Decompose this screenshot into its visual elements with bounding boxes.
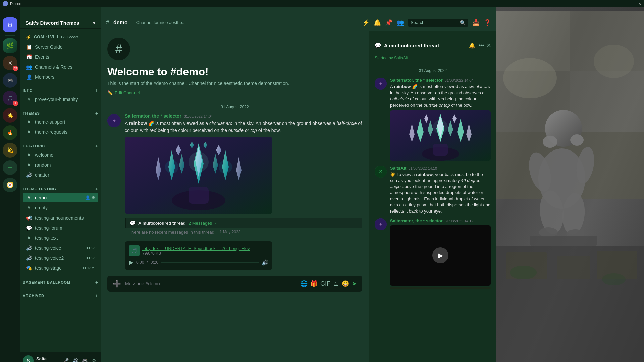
audio-filename[interactable]: toby_fox_-_UNDERTALE_Soundtrack_-_70_Lon… (142, 246, 250, 251)
message-avatar-spacer (107, 239, 121, 270)
sidebar-item-prove-humanity[interactable]: # prove-your-humanity (23, 95, 98, 104)
gif-button[interactable]: GIF (320, 280, 330, 287)
sidebar-item-theme-requests[interactable]: # theme-requests (23, 127, 98, 137)
sidebar-item-testing-announcements[interactable]: 📢 testing-announcements (23, 213, 98, 223)
edit-channel-link[interactable]: ✏️ Edit Channel (107, 90, 362, 95)
user-settings-button[interactable]: ⚙ (90, 357, 98, 362)
help-button[interactable]: ❓ (484, 19, 491, 26)
emoji-button[interactable]: 😀 (342, 280, 349, 287)
thread-preview[interactable]: 💬 A multicoloured thread 2 Messages › (125, 218, 362, 228)
sidebar-category-basement[interactable]: BASEMENT BALLROOM + (20, 274, 101, 286)
svg-rect-16 (189, 187, 209, 204)
sidebar-item-channels-roles[interactable]: 👥 Channels & Roles (23, 62, 98, 72)
activity-button[interactable]: 🎮 (80, 357, 89, 362)
titlebar: Discord — □ ✕ (0, 0, 644, 7)
category-add-theme-testing-icon[interactable]: + (95, 186, 98, 192)
server-header[interactable]: Salt's Discord Themes ▾ (20, 15, 101, 29)
server-icon-4[interactable]: 🎵 1 (3, 90, 17, 105)
message-input-box: ➕ 🌐 🎁 GIF 🗂 😀 ➤ (107, 276, 362, 292)
sidebar-category-info[interactable]: INFO + (20, 82, 101, 95)
sidebar-item-server-guide[interactable]: 📋 Server Guide (23, 42, 98, 52)
sidebar-category-off-topic[interactable]: OFF-TOPIC + (20, 138, 101, 150)
titlebar-controls[interactable]: — □ ✕ (624, 2, 641, 6)
sidebar-item-events[interactable]: 📅 Events (23, 52, 98, 62)
thread-messages-link[interactable]: 2 Messages (189, 221, 212, 226)
category-add-basement-icon[interactable]: + (95, 280, 98, 285)
sidebar-item-testing-text[interactable]: # testing-text (23, 233, 98, 243)
sidebar-item-testing-voice[interactable]: 🔊 testing-voice 00 23 (23, 243, 98, 253)
category-add-info-icon[interactable]: + (95, 88, 98, 93)
server-icon-7[interactable]: 💫 (3, 143, 17, 158)
thread-msg-author-2[interactable]: SaltsAlt (390, 166, 406, 171)
sidebar-item-label-empty: empty (35, 205, 48, 210)
sticker-button[interactable]: 🗂 (333, 280, 339, 287)
sidebar-item-label-theme-support: theme-support (35, 119, 65, 125)
add-attachment-button[interactable]: ➕ (113, 280, 121, 288)
server-icon-2[interactable]: ⚔ 65 (3, 56, 17, 70)
message-input[interactable] (125, 281, 296, 286)
translate-button[interactable]: 🌐 (300, 280, 308, 287)
threads-button[interactable]: ⚡ (362, 19, 370, 26)
category-add-off-topic-icon[interactable]: + (95, 143, 98, 149)
sidebar-item-chatter[interactable]: 🔊 chatter (23, 170, 98, 180)
sidebar-item-members[interactable]: 👤 Members (23, 72, 98, 82)
volume-button[interactable]: 🔊 (262, 259, 268, 266)
thread-close-button[interactable]: ✕ (487, 42, 491, 49)
sidebar-category-theme-testing[interactable]: THEME TESTING + (20, 181, 101, 193)
server-icon-5[interactable]: 🌟 (3, 108, 17, 123)
thread-video-placeholder[interactable]: ▶ (390, 225, 491, 286)
category-add-archived-icon[interactable]: + (95, 293, 98, 298)
server-icon-1[interactable]: 🌿 (3, 38, 17, 53)
svg-point-17 (189, 152, 209, 172)
thread-msg-author-3[interactable]: Salternator, the * selector (390, 218, 443, 223)
search-input[interactable] (411, 20, 457, 25)
sidebar-category-themes[interactable]: THEMES + (20, 105, 101, 117)
category-add-themes-icon[interactable]: + (95, 111, 98, 116)
minimize-button[interactable]: — (624, 2, 628, 6)
notifications-button[interactable]: 🔔 (374, 19, 381, 26)
sidebar-item-random[interactable]: # random (23, 160, 98, 170)
sidebar-item-theme-support[interactable]: # theme-support (23, 117, 98, 127)
manage-channel-icon[interactable]: 👤 (85, 195, 90, 200)
thread-more-button[interactable]: ••• (478, 42, 484, 49)
video-play-button[interactable]: ▶ (432, 247, 448, 263)
sidebar-item-demo[interactable]: # demo 👤 ⚙ (23, 193, 98, 202)
members-list-button[interactable]: 👥 (396, 19, 404, 26)
server-icon-3[interactable]: 🎮 (3, 73, 17, 88)
close-button[interactable]: ✕ (638, 2, 641, 6)
mute-button[interactable]: 🎤 (62, 357, 70, 362)
server-icon-6[interactable]: 🔥 (3, 125, 17, 140)
started-by-user[interactable]: SaltsAlt (394, 56, 408, 60)
play-button[interactable]: ▶ (129, 259, 133, 266)
sidebar-item-testing-stage[interactable]: 🎭 testing-stage 00 1379 (23, 263, 98, 273)
thread-msg-author-1[interactable]: Salternator, the * selector (390, 78, 443, 83)
progress-bar[interactable] (161, 262, 259, 263)
thread-bell-button[interactable]: 🔔 (469, 42, 476, 49)
svg-rect-44 (570, 71, 644, 132)
deafen-button[interactable]: 🔊 (71, 357, 79, 362)
svg-rect-59 (557, 256, 590, 279)
sidebar-category-archived[interactable]: ARCHIVED + (20, 288, 101, 300)
message-1: ✦ Salternator, the * selector 31/08/2022… (101, 112, 369, 236)
sidebar-item-empty[interactable]: # empty (23, 203, 98, 213)
sidebar-item-welcome[interactable]: # welcome (23, 150, 98, 160)
events-icon: 📅 (25, 54, 32, 60)
server-list-divider (5, 35, 15, 36)
sidebar-item-testing-voice2[interactable]: 🔊 testing-voice2 00 23 (23, 253, 98, 263)
maximize-button[interactable]: □ (632, 2, 634, 6)
pins-button[interactable]: 📌 (385, 19, 392, 26)
channel-name: demo (113, 20, 128, 26)
sidebar-item-testing-forum[interactable]: 💬 testing-forum (23, 223, 98, 233)
server-icon-discord-home[interactable]: ⚙ (3, 17, 17, 32)
audio-controls: ▶ 0:00 / 0:20 🔊 (129, 259, 268, 266)
message-author-1[interactable]: Salternator, the * selector (125, 113, 181, 119)
send-button[interactable]: ➤ (352, 280, 357, 287)
add-server-button[interactable]: + (3, 160, 17, 175)
hash-icon: # (25, 96, 32, 103)
boost-count[interactable]: 0/2 Boosts (61, 35, 79, 39)
search-bar[interactable]: 🔍 (408, 19, 468, 27)
explore-button[interactable]: 🧭 (3, 178, 17, 192)
edit-channel-icon[interactable]: ⚙ (92, 195, 95, 200)
inbox-button[interactable]: 📥 (472, 19, 480, 26)
gift-button[interactable]: 🎁 (310, 280, 318, 287)
